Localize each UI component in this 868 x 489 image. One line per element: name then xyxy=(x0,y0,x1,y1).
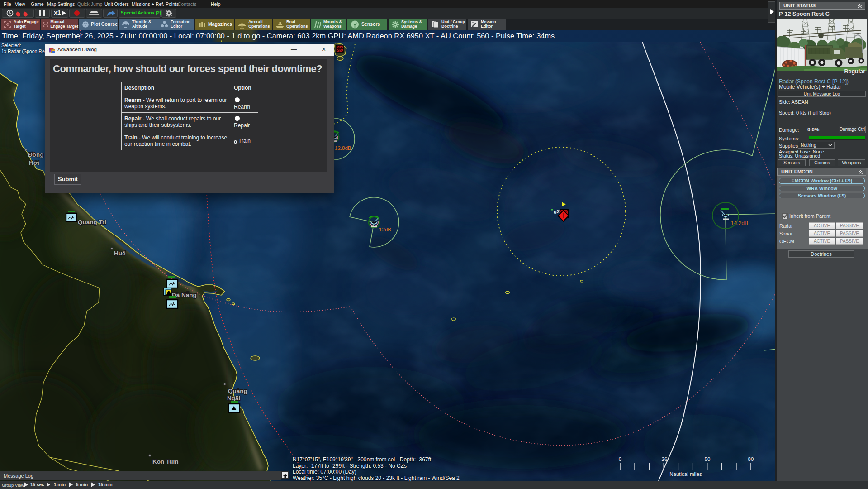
svg-text:0: 0 xyxy=(619,456,621,462)
svg-text:Weather: 35°C - Light high clo: Weather: 35°C - Light high clouds 20 - 2… xyxy=(293,475,460,481)
svg-text:26: 26 xyxy=(662,456,668,462)
svg-text:Nautical miles: Nautical miles xyxy=(669,471,702,477)
svg-text:80: 80 xyxy=(748,456,754,462)
svg-text:14.2dB: 14.2dB xyxy=(731,220,748,226)
svg-text:Quang Tri: Quang Tri xyxy=(78,219,106,225)
svg-text:12dB: 12dB xyxy=(379,227,391,232)
svg-text:N17°07'15", E109°19'39" - 300n: N17°07'15", E109°19'39" - 300nm from sel… xyxy=(293,456,432,463)
svg-text:Đồng: Đồng xyxy=(28,151,44,158)
svg-text:Layer: -177ft to -299ft - Stre: Layer: -177ft to -299ft - Strength: 0.53… xyxy=(293,463,407,469)
svg-text:Local time: 07:00:00 (Day): Local time: 07:00:00 (Day) xyxy=(293,469,356,475)
svg-text:Quảng: Quảng xyxy=(228,388,247,394)
svg-text:Kon Tum: Kon Tum xyxy=(152,458,179,465)
svg-text:12.8dB: 12.8dB xyxy=(335,145,351,151)
svg-text:g2: g2 xyxy=(554,209,560,214)
svg-text:50: 50 xyxy=(705,456,711,462)
svg-text:Hới: Hới xyxy=(29,159,39,166)
svg-text:Huế: Huế xyxy=(114,250,126,257)
svg-text:Ngãi: Ngãi xyxy=(227,395,240,402)
